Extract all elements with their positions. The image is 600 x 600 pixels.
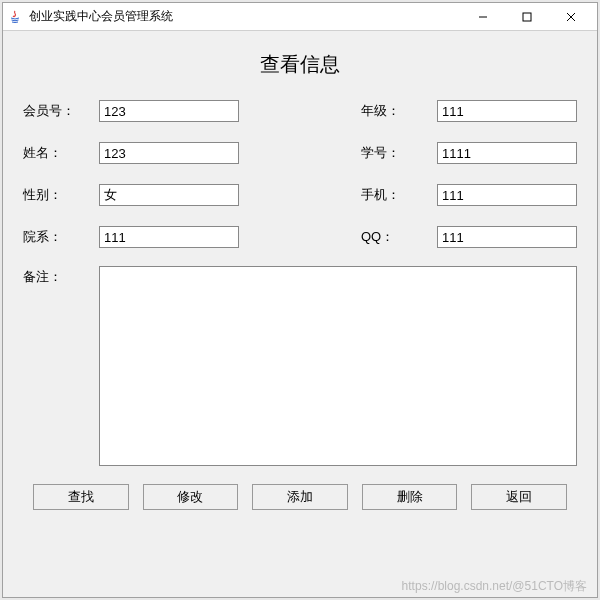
- gender-label: 性别：: [23, 186, 89, 204]
- grade-label: 年级：: [361, 102, 427, 120]
- minimize-button[interactable]: [461, 3, 505, 31]
- page-title: 查看信息: [23, 51, 577, 78]
- search-button[interactable]: 查找: [33, 484, 129, 510]
- content-area: 查看信息 会员号： 年级： 姓名： 学号： 性别： 手机： 院系： QQ： 备注…: [3, 31, 597, 597]
- name-input[interactable]: [99, 142, 239, 164]
- window-title: 创业实践中心会员管理系统: [29, 8, 461, 25]
- member-id-label: 会员号：: [23, 102, 89, 120]
- qq-input[interactable]: [437, 226, 577, 248]
- delete-button[interactable]: 删除: [362, 484, 458, 510]
- name-label: 姓名：: [23, 144, 89, 162]
- form-grid: 会员号： 年级： 姓名： 学号： 性别： 手机： 院系： QQ：: [23, 100, 577, 248]
- maximize-button[interactable]: [505, 3, 549, 31]
- department-label: 院系：: [23, 228, 89, 246]
- phone-input[interactable]: [437, 184, 577, 206]
- remark-textarea[interactable]: [99, 266, 577, 466]
- java-icon: [7, 9, 23, 25]
- titlebar: 创业实践中心会员管理系统: [3, 3, 597, 31]
- app-window: 创业实践中心会员管理系统 查看信息 会员号： 年级： 姓名： 学号：: [2, 2, 598, 598]
- grade-input[interactable]: [437, 100, 577, 122]
- remark-label: 备注：: [23, 266, 89, 286]
- phone-label: 手机：: [361, 186, 427, 204]
- department-input[interactable]: [99, 226, 239, 248]
- student-no-input[interactable]: [437, 142, 577, 164]
- member-id-input[interactable]: [99, 100, 239, 122]
- add-button[interactable]: 添加: [252, 484, 348, 510]
- student-no-label: 学号：: [361, 144, 427, 162]
- remark-row: 备注：: [23, 266, 577, 466]
- close-button[interactable]: [549, 3, 593, 31]
- back-button[interactable]: 返回: [471, 484, 567, 510]
- gender-input[interactable]: [99, 184, 239, 206]
- qq-label: QQ：: [361, 228, 427, 246]
- button-row: 查找 修改 添加 删除 返回: [23, 484, 577, 510]
- window-controls: [461, 3, 593, 31]
- modify-button[interactable]: 修改: [143, 484, 239, 510]
- watermark: https://blog.csdn.net/@51CTO博客: [402, 578, 587, 595]
- svg-rect-1: [523, 13, 531, 21]
